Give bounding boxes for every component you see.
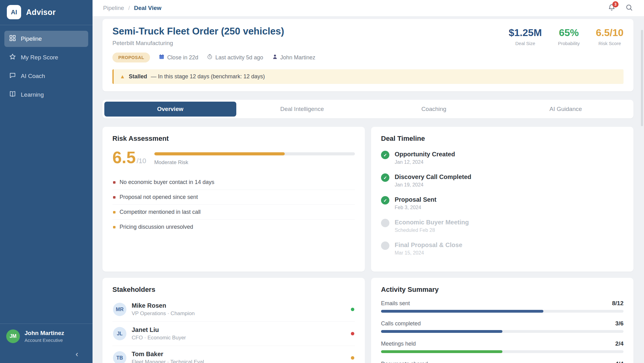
scrollbar[interactable]: [641, 30, 643, 126]
risk-bullet-icon: [113, 211, 116, 214]
sidebar-item-label: AI Coach: [21, 73, 45, 80]
activity-progress-track: [381, 310, 624, 313]
app-logo: AI: [7, 5, 21, 19]
probability-label: Probability: [558, 41, 580, 46]
status-dot: [351, 308, 354, 311]
stat-risk-score: 6.5/10 Risk Score: [596, 27, 624, 46]
check-circle-icon: ✓: [381, 241, 389, 250]
risk-score-value: 6.5/10: [596, 27, 624, 39]
check-circle-icon: ✓: [381, 219, 389, 227]
check-circle-icon: ✓: [381, 151, 389, 159]
alert-text: — In this stage 12 days (benchmark: 12 d…: [151, 73, 265, 80]
sidebar-user-section: JM John Martinez Account Executive ‹: [0, 324, 93, 363]
risk-score: 6.5 /10: [112, 149, 146, 165]
activity-summary-heading: Activity Summary: [381, 286, 624, 294]
notification-badge: 3: [612, 1, 619, 7]
avatar: JL: [113, 327, 126, 340]
last-activity-meta: Last activity 5d ago: [207, 54, 263, 61]
avatar: JM: [6, 329, 20, 343]
cards-grid: Risk Assessment 6.5 /10 Moderate Risk: [102, 127, 633, 363]
sidebar-item-label: My Rep Score: [21, 54, 58, 61]
activity-value: 3/6: [615, 320, 624, 327]
activity-value: 2/4: [615, 340, 624, 347]
risk-bullet-icon: [113, 196, 116, 199]
sidebar-item-ai-coach[interactable]: AI Coach: [4, 68, 88, 84]
timeline-event-date: Jan 12, 2024: [395, 159, 455, 165]
search-icon: [625, 4, 633, 12]
activity-label: Meetings held: [381, 341, 416, 347]
risk-factor-row: Competitor mentioned in last call: [112, 205, 355, 220]
activity-row: Calls completed 3/6: [381, 320, 624, 333]
risk-progress-track: [154, 152, 355, 155]
stakeholder-list: MR Mike Rosen VP Operations · Champion J…: [112, 297, 355, 363]
page-title: Semi-Truck Fleet Order (250 vehicles): [112, 26, 315, 37]
probability-value: 65%: [558, 27, 580, 39]
timeline-event-title: Final Proposal & Close: [395, 241, 462, 249]
timeline-event-title: Proposal Sent: [395, 196, 436, 203]
notifications-button[interactable]: 3: [608, 4, 615, 12]
timeline-event-title: Discovery Call Completed: [395, 173, 471, 181]
deal-meta-row: PROPOSAL Close in 22d Last activity 5d a…: [112, 53, 315, 62]
stakeholder-row[interactable]: MR Mike Rosen VP Operations · Champion: [112, 297, 355, 322]
sidebar-item-my-rep-score[interactable]: My Rep Score: [4, 49, 88, 66]
activity-progress-track: [381, 350, 624, 353]
deal-timeline-heading: Deal Timeline: [381, 135, 624, 143]
risk-factor-text: Pricing discussion unresolved: [120, 224, 193, 230]
user-role: Account Executive: [25, 338, 64, 343]
stalled-alert: ▲ Stalled — In this stage 12 days (bench…: [112, 69, 624, 84]
chevron-left-icon[interactable]: ‹: [75, 349, 78, 359]
status-dot: [351, 332, 354, 335]
timeline-event-title: Economic Buyer Meeting: [395, 219, 469, 226]
tab-deal-intelligence[interactable]: Deal Intelligence: [236, 102, 368, 117]
close-date-meta: Close in 22d: [159, 54, 198, 61]
sidebar-item-learning[interactable]: Learning: [4, 87, 88, 103]
activity-summary-card: Activity Summary Emails sent 8/12: [371, 278, 633, 363]
stakeholder-role: VP Operations · Champion: [132, 310, 351, 317]
avatar: TB: [113, 351, 126, 363]
tab-overview[interactable]: Overview: [104, 102, 236, 117]
app-title: Advisor: [26, 8, 56, 17]
search-button[interactable]: [625, 4, 633, 12]
deal-timeline-card: Deal Timeline ✓ Opportunity Created Jan …: [371, 127, 633, 272]
tab-coaching[interactable]: Coaching: [368, 102, 500, 117]
stakeholder-role: Fleet Manager · Technical Eval: [132, 359, 351, 363]
stakeholder-row[interactable]: TB Tom Baker Fleet Manager · Technical E…: [112, 346, 355, 363]
deal-view-app: AI Advisor Pipeline My Rep Score: [0, 0, 644, 363]
risk-factor-text: Competitor mentioned in last call: [120, 209, 201, 215]
risk-factor-row: Proposal not opened since sent: [112, 190, 355, 205]
breadcrumb-deal-view: Deal View: [134, 5, 161, 11]
user-profile[interactable]: JM John Martinez Account Executive: [6, 329, 86, 343]
timeline-event-date: Scheduled Feb 28: [395, 227, 469, 233]
tab-ai-guidance[interactable]: AI Guidance: [500, 102, 632, 117]
stat-probability: 65% Probability: [558, 27, 580, 46]
risk-assessment-card: Risk Assessment 6.5 /10 Moderate Risk: [102, 127, 365, 272]
timeline-event-date: Feb 3, 2024: [395, 205, 436, 210]
timeline-event: ✓ Discovery Call Completed Jan 19, 2024: [381, 173, 624, 188]
owner-meta: John Martinez: [272, 54, 315, 61]
timeline-event-date: Mar 15, 2024: [395, 250, 462, 256]
breadcrumb-pipeline[interactable]: Pipeline: [103, 5, 124, 11]
deal-size-label: Deal Size: [509, 41, 542, 46]
stakeholder-row[interactable]: JL Janet Liu CFO · Economic Buyer: [112, 322, 355, 346]
sidebar-item-pipeline[interactable]: Pipeline: [4, 31, 88, 47]
activity-progress-track: [381, 330, 624, 333]
stakeholder-name: Janet Liu: [132, 326, 351, 333]
activity-value: 8/12: [612, 300, 624, 307]
activity-progress-fill: [381, 330, 502, 333]
activity-row: Documents shared 4/4: [381, 361, 624, 363]
calendar-icon: [159, 54, 165, 61]
topbar: Pipeline / Deal View 3: [93, 0, 644, 16]
sidebar-divider: [0, 25, 93, 25]
sidebar-collapse-row: ‹: [6, 343, 86, 361]
alert-title: Stalled: [129, 73, 147, 80]
risk-score-number: 6.5: [112, 149, 136, 165]
stakeholder-name: Mike Rosen: [132, 302, 351, 309]
clock-icon: [207, 54, 213, 61]
book-icon: [9, 90, 16, 99]
activity-row: Meetings held 2/4: [381, 340, 624, 353]
sidebar-nav: Pipeline My Rep Score AI Coach: [0, 28, 93, 105]
risk-factor-list: No economic buyer contact in 14 days Pro…: [112, 175, 355, 234]
deal-stats: $1.25M Deal Size 65% Probability 6.5/10 …: [509, 26, 624, 46]
activity-progress-fill: [381, 310, 543, 313]
owner-text: John Martinez: [280, 54, 315, 61]
